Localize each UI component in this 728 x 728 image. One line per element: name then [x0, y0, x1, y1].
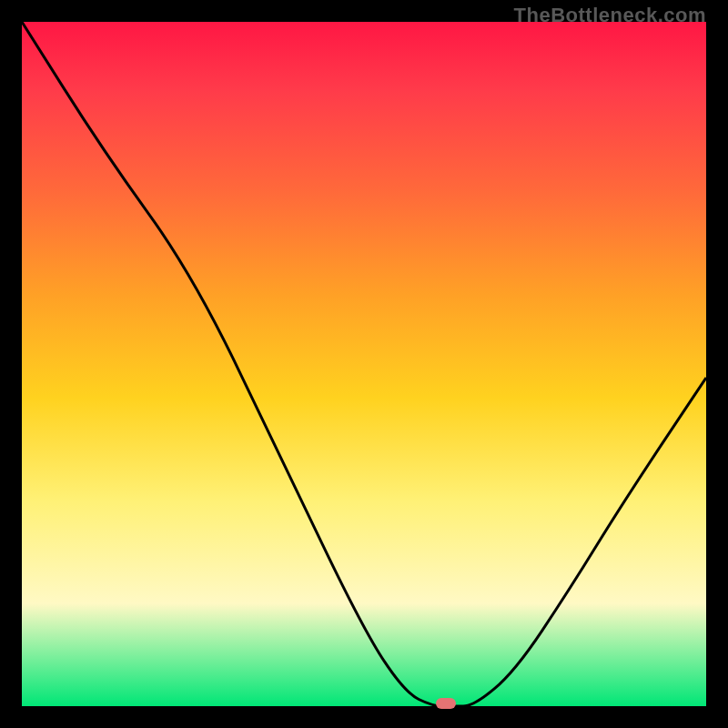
bottleneck-marker — [436, 698, 456, 709]
chart-curve — [22, 22, 706, 706]
